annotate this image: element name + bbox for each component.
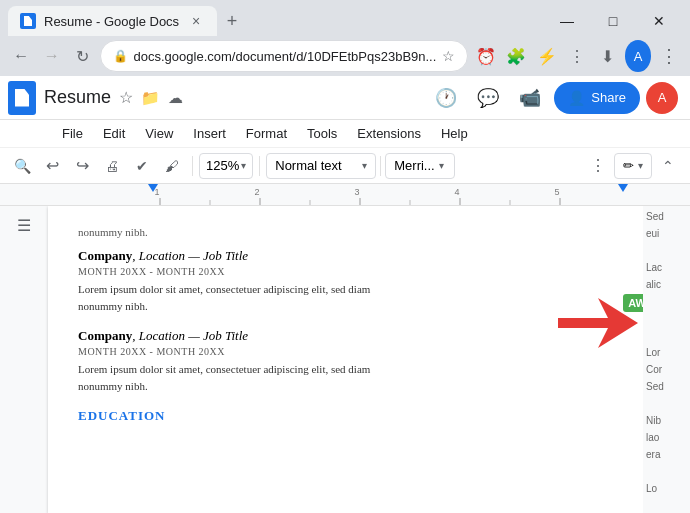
docs-app: Resume ☆ 📁 ☁ 🕐 💬 📹 👤 Share A File Edit V…: [0, 76, 690, 513]
reload-button[interactable]: ↻: [69, 40, 96, 72]
tab-close-icon[interactable]: ×: [187, 12, 205, 30]
star-icon[interactable]: ☆: [442, 48, 455, 64]
download-icon[interactable]: ⬇: [594, 40, 621, 72]
svg-text:2: 2: [254, 187, 259, 197]
paintformat-button[interactable]: 🖌: [158, 152, 186, 180]
forward-button[interactable]: →: [39, 40, 66, 72]
entry-2-body: Lorem ipsum dolor sit amet, consectetuer…: [78, 361, 603, 394]
puzzle-icon[interactable]: ⚡: [533, 40, 560, 72]
more-options-icon[interactable]: ⋮: [584, 152, 612, 180]
history-icon[interactable]: ⏰: [472, 40, 499, 72]
profile-initial: A: [634, 49, 643, 64]
font-chevron-icon: ▾: [439, 160, 444, 171]
entry-1-location-title: , Location — Job Title: [132, 248, 248, 263]
right-panel-text: Sed eui Lac alic Lor Cor Sed Nib lao era…: [643, 206, 683, 499]
edit-chevron-icon: ▾: [638, 160, 643, 171]
user-initial: A: [658, 90, 667, 105]
menu-tools[interactable]: Tools: [297, 122, 347, 145]
address-bar: ← → ↻ 🔒 docs.google.com/document/d/10DFE…: [0, 36, 690, 76]
doc-title[interactable]: Resume: [44, 87, 111, 108]
comment-icon[interactable]: 💬: [470, 80, 506, 116]
toolbar-divider-2: [259, 156, 260, 176]
svg-marker-15: [618, 184, 628, 192]
svg-text:3: 3: [354, 187, 359, 197]
menu-bar: File Edit View Insert Format Tools Exten…: [0, 120, 690, 148]
share-button[interactable]: 👤 Share: [554, 82, 640, 114]
pencil-icon: ✏: [623, 158, 634, 173]
url-text: docs.google.com/document/d/10DFEtbPqs23b…: [134, 49, 437, 64]
menu-button[interactable]: ⋮: [655, 40, 682, 72]
meet-icon[interactable]: 📹: [512, 80, 548, 116]
education-section: EDUCATION: [78, 408, 603, 424]
doc-intro: nonummy nibh.: [78, 226, 603, 238]
entry-1-heading: Company, Location — Job Title: [78, 248, 603, 264]
tab-title: Resume - Google Docs: [44, 14, 179, 29]
toolbar-divider-1: [192, 156, 193, 176]
menu-file[interactable]: File: [52, 122, 93, 145]
doc-cloud-icon[interactable]: ☁: [168, 89, 183, 107]
entry-2-date: MONTH 20XX - MONTH 20XX: [78, 346, 603, 357]
zoom-value: 125%: [206, 158, 239, 173]
doc-right-panel: Sed eui Lac alic Lor Cor Sed Nib lao era…: [643, 206, 683, 513]
aw-badge: AW: [623, 294, 643, 312]
doc-history-icon[interactable]: 🕐: [428, 80, 464, 116]
menu-insert[interactable]: Insert: [183, 122, 236, 145]
style-value: Normal text: [275, 158, 341, 173]
url-bar[interactable]: 🔒 docs.google.com/document/d/10DFEtbPqs2…: [100, 40, 469, 72]
extensions-icon[interactable]: 🧩: [503, 40, 530, 72]
active-tab[interactable]: Resume - Google Docs ×: [8, 6, 217, 36]
header-right: 🕐 💬 📹 👤 Share A: [428, 80, 678, 116]
zoom-chevron-icon: ▾: [241, 160, 246, 171]
doc-content: nonummy nibh. Company, Location — Job Ti…: [78, 226, 603, 424]
search-button[interactable]: 🔍: [8, 152, 36, 180]
font-selector[interactable]: Merri... ▾: [385, 153, 455, 179]
entry-2-heading: Company, Location — Job Title: [78, 328, 603, 344]
toolbar-more-btn[interactable]: ⋮: [584, 152, 612, 180]
lock-icon: 🔒: [113, 49, 128, 63]
style-chevron-icon: ▾: [362, 160, 367, 171]
spellcheck-button[interactable]: ✔: [128, 152, 156, 180]
doc-page[interactable]: nonummy nibh. Company, Location — Job Ti…: [48, 206, 643, 513]
doc-star-icon[interactable]: ☆: [119, 88, 133, 107]
menu-edit[interactable]: Edit: [93, 122, 135, 145]
minimize-button[interactable]: —: [544, 6, 590, 36]
close-button[interactable]: ✕: [636, 6, 682, 36]
back-button[interactable]: ←: [8, 40, 35, 72]
menu-format[interactable]: Format: [236, 122, 297, 145]
svg-text:5: 5: [554, 187, 559, 197]
collapse-toolbar-button[interactable]: ⌃: [654, 152, 682, 180]
toolbar: 🔍 ↩ ↪ 🖨 ✔ 🖌 125% ▾ Normal text ▾ Merri..…: [0, 148, 690, 184]
svg-text:1: 1: [154, 187, 159, 197]
list-icon[interactable]: ☰: [17, 216, 31, 235]
ruler: 1 2 3 4 5: [0, 184, 690, 206]
entry-1-body: Lorem ipsum dolor sit amet, consectetuer…: [78, 281, 603, 314]
docs-header: Resume ☆ 📁 ☁ 🕐 💬 📹 👤 Share A: [0, 76, 690, 120]
font-value: Merri...: [394, 158, 434, 173]
entry-2-location-title: , Location — Job Title: [132, 328, 248, 343]
menu-help[interactable]: Help: [431, 122, 478, 145]
entry-1-company: Company: [78, 248, 132, 263]
toolbar-divider-3: [380, 156, 381, 176]
entry-1-date: MONTH 20XX - MONTH 20XX: [78, 266, 603, 277]
zoom-selector[interactable]: 125% ▾: [199, 153, 253, 179]
account-circle-icon[interactable]: A: [625, 40, 652, 72]
docs-logo: [8, 81, 36, 115]
style-selector[interactable]: Normal text ▾: [266, 153, 376, 179]
menu-extensions[interactable]: Extensions: [347, 122, 431, 145]
user-avatar[interactable]: A: [646, 82, 678, 114]
svg-text:4: 4: [454, 187, 459, 197]
undo-button[interactable]: ↩: [38, 152, 66, 180]
tab-favicon: [20, 13, 36, 29]
redo-button[interactable]: ↪: [68, 152, 96, 180]
menu-view[interactable]: View: [135, 122, 183, 145]
doc-area: ☰ nonummy nibh. Company, Location — Job …: [0, 206, 690, 513]
print-button[interactable]: 🖨: [98, 152, 126, 180]
doc-move-icon[interactable]: 📁: [141, 89, 160, 107]
entry-2-company: Company: [78, 328, 132, 343]
more-icon[interactable]: ⋮: [564, 40, 591, 72]
maximize-button[interactable]: □: [590, 6, 636, 36]
edit-mode-button[interactable]: ✏ ▾: [614, 153, 652, 179]
doc-left-sidebar: ☰: [0, 206, 48, 513]
ruler-content: 1 2 3 4 5: [0, 184, 690, 205]
new-tab-button[interactable]: +: [217, 6, 247, 36]
